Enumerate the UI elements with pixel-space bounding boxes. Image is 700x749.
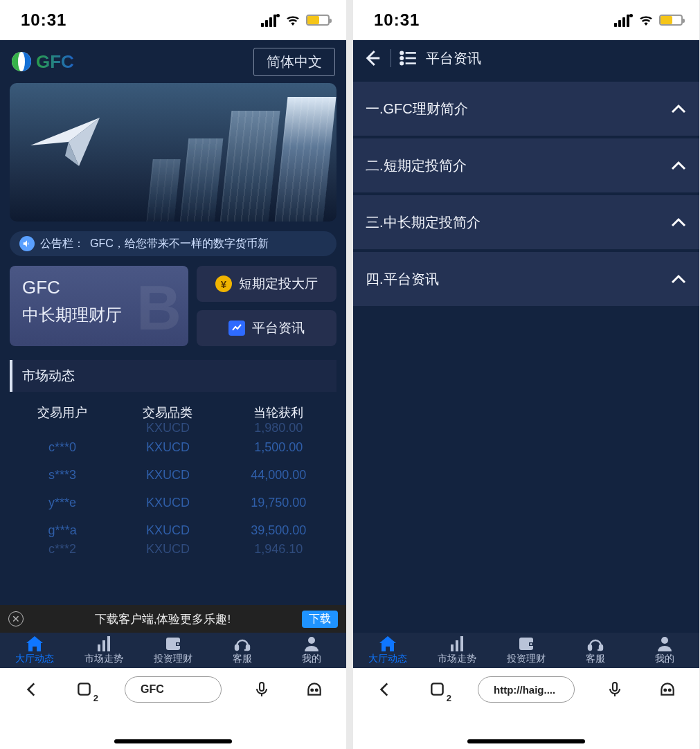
card-news[interactable]: 平台资讯 [197, 310, 336, 346]
signal-icon [614, 14, 633, 27]
list-icon[interactable] [400, 51, 418, 66]
svg-point-36 [669, 689, 671, 692]
nav-headset[interactable]: 客服 [208, 633, 277, 668]
status-bar: 10:31 [0, 0, 346, 40]
page-title: 平台资讯 [426, 49, 481, 68]
svg-point-35 [664, 689, 666, 692]
accordion-item[interactable]: 二.短期定投简介 [353, 138, 699, 192]
accordion-label: 二.短期定投简介 [366, 156, 467, 175]
table-row: s***3KXUCD44,000.00 [10, 461, 336, 489]
nav-label: 投资理财 [507, 653, 546, 665]
battery-icon [659, 15, 683, 26]
nav-label: 投资理财 [154, 653, 192, 665]
headset-icon [234, 636, 251, 651]
svg-point-16 [311, 689, 313, 692]
nav-headset[interactable]: 客服 [561, 633, 630, 668]
notice-bar[interactable]: 公告栏： GFC，给您带来不一样的数字货币新 [10, 231, 336, 256]
svg-rect-30 [589, 645, 591, 650]
nav-label: 大厅动态 [368, 653, 407, 665]
phone-right: 10:31 平台资讯 一.GFC理财简介二.短期定投简介三.中长期定投简介四.平… [353, 0, 699, 749]
market-section-title: 市场动态 [10, 360, 336, 392]
tabs-count: 2 [447, 693, 451, 703]
mic-icon[interactable] [602, 677, 627, 702]
svg-point-17 [316, 689, 318, 692]
nav-user[interactable]: 我的 [630, 633, 699, 668]
svg-point-18 [401, 52, 403, 54]
nav-wallet[interactable]: 投资理财 [492, 633, 561, 668]
nav-home[interactable]: 大厅动态 [353, 633, 422, 668]
omnibox[interactable]: http://haig.... [478, 676, 575, 703]
home-indicator[interactable] [114, 739, 232, 743]
status-clock: 10:31 [21, 10, 66, 30]
wallet-icon [165, 636, 181, 651]
headset-icon [587, 636, 604, 651]
menu-icon[interactable] [655, 677, 680, 702]
download-bar: ✕ 下载客户端,体验更多乐趣! 下载 [0, 605, 346, 633]
omnibox[interactable]: GFC [125, 676, 222, 703]
notice-label: 公告栏： [40, 237, 84, 251]
bottom-nav: 大厅动态市场走势投资理财客服我的 [353, 633, 699, 668]
svg-rect-25 [456, 640, 458, 651]
nav-label: 客服 [233, 653, 252, 665]
nav-home[interactable]: 大厅动态 [0, 633, 69, 668]
svg-rect-11 [235, 645, 238, 650]
svg-point-1 [18, 52, 25, 71]
col-user: 交易用户 [10, 404, 115, 421]
card-longterm[interactable]: B GFC 中长期理财厅 [10, 266, 188, 346]
svg-rect-24 [451, 644, 454, 651]
back-icon[interactable] [361, 48, 382, 69]
hero-banner[interactable] [10, 83, 336, 222]
phone-left: 10:31 GFC 简体中文 [0, 0, 346, 749]
home-icon [26, 636, 43, 651]
accordion-item[interactable]: 三.中长期定投简介 [353, 195, 699, 249]
wifi-icon [638, 15, 654, 26]
menu-icon[interactable] [302, 677, 327, 702]
nav-bars[interactable]: 市场走势 [422, 633, 492, 668]
svg-point-32 [661, 637, 668, 644]
brand-logo: GFC [11, 51, 74, 73]
browser-chrome: 2 http://haig.... [353, 668, 699, 749]
table-row: c***2KXUCD1,946.10 [10, 544, 336, 556]
top-bar: GFC 简体中文 [0, 40, 346, 83]
speaker-icon [19, 236, 35, 251]
page-nav: 平台资讯 [353, 40, 699, 76]
battery-icon [306, 15, 330, 26]
svg-rect-33 [431, 683, 442, 694]
chevron-up-icon [670, 103, 687, 114]
card-news-label: 平台资讯 [252, 319, 305, 337]
tabs-icon[interactable]: 2 [425, 677, 450, 702]
home-icon [379, 636, 396, 651]
svg-rect-26 [460, 636, 463, 651]
svg-rect-7 [107, 636, 110, 651]
bottom-nav: 大厅动态市场走势投资理财客服我的 [0, 633, 346, 668]
accordion-label: 三.中长期定投简介 [366, 213, 481, 232]
back-icon[interactable] [373, 677, 397, 702]
accordion-item[interactable]: 一.GFC理财简介 [353, 82, 699, 136]
table-row: g***aKXUCD39,500.00 [10, 516, 336, 544]
nav-user[interactable]: 我的 [277, 633, 346, 668]
status-icons [614, 14, 683, 27]
accordion-list: 一.GFC理财简介二.短期定投简介三.中长期定投简介四.平台资讯 [353, 82, 699, 306]
nav-bars[interactable]: 市场走势 [69, 633, 138, 668]
status-bar: 10:31 [353, 0, 699, 40]
tabs-icon[interactable]: 2 [72, 677, 97, 702]
back-icon[interactable] [19, 677, 44, 702]
close-icon[interactable]: ✕ [8, 611, 24, 626]
app-news: 平台资讯 一.GFC理财简介二.短期定投简介三.中长期定投简介四.平台资讯 大厅… [353, 40, 699, 749]
svg-point-13 [308, 637, 315, 644]
market-list: KXUCD1,980.00 c***0KXUCD1,500.00 s***3KX… [10, 421, 336, 556]
accordion-label: 四.平台资讯 [366, 270, 439, 289]
col-profit: 当轮获利 [221, 404, 336, 421]
svg-rect-6 [102, 640, 105, 651]
language-button[interactable]: 简体中文 [253, 48, 335, 76]
card-shortterm[interactable]: ¥ 短期定投大厅 [197, 266, 336, 302]
accordion-item[interactable]: 四.平台资讯 [353, 252, 699, 306]
home-indicator[interactable] [467, 739, 585, 743]
nav-wallet[interactable]: 投资理财 [138, 633, 208, 668]
wifi-icon [285, 15, 300, 26]
mic-icon[interactable] [249, 677, 274, 702]
table-row: KXUCD1,980.00 [10, 421, 336, 433]
user-icon [656, 636, 673, 651]
nav-label: 市场走势 [438, 653, 476, 665]
download-button[interactable]: 下载 [302, 611, 338, 628]
